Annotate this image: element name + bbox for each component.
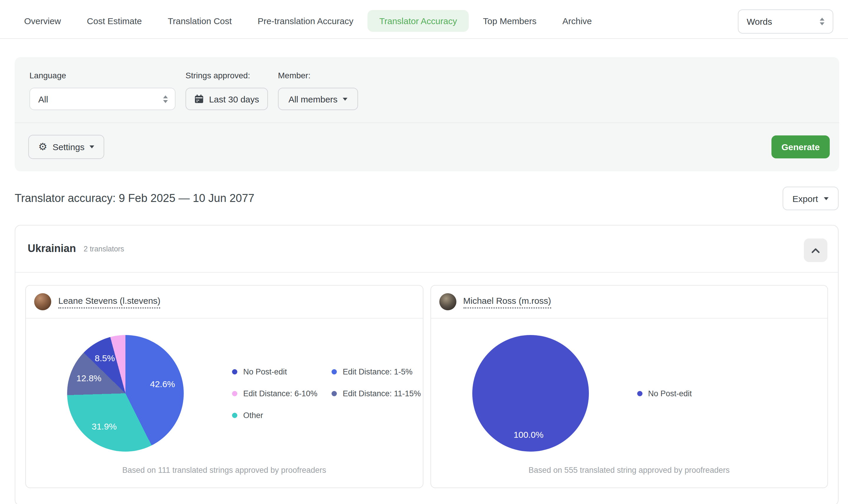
calendar-icon bbox=[194, 94, 204, 104]
legend-dot bbox=[637, 391, 642, 396]
report-unit-value: Words bbox=[747, 17, 772, 26]
member-select-value: All members bbox=[289, 94, 338, 104]
translator-cards-row: Leane Stevens (l.stevens) 42.6%31.9%12.8… bbox=[15, 273, 838, 504]
pie-chart-area: 42.6%31.9%12.8%8.5% No Post-editEdit Dis… bbox=[26, 319, 422, 457]
chart-footer-text: Based on 555 translated string approved … bbox=[528, 466, 729, 474]
report-title-row: Translator accuracy: 9 Feb 2025 — 10 Jun… bbox=[15, 187, 838, 210]
export-button[interactable]: Export bbox=[782, 187, 838, 210]
legend-item[interactable]: Edit Distance: 11-15% bbox=[331, 389, 421, 398]
translator-name-link[interactable]: Leane Stevens (l.stevens) bbox=[58, 295, 161, 308]
gear-icon: ⚙ bbox=[38, 142, 48, 152]
collapse-section-button[interactable] bbox=[804, 238, 827, 262]
translators-count: 2 translators bbox=[84, 245, 124, 253]
language-name: Ukrainian bbox=[28, 242, 76, 255]
language-label: Language bbox=[30, 71, 176, 80]
generate-button[interactable]: Generate bbox=[772, 136, 830, 158]
strings-approved-label: Strings approved: bbox=[185, 71, 268, 80]
panel-actions-row: ⚙ Settings Generate bbox=[15, 123, 839, 171]
pie-slice-label: 12.8% bbox=[76, 373, 101, 383]
filter-labels-row: Language Strings approved: Member: bbox=[15, 71, 839, 88]
tab-pre-translation-accuracy[interactable]: Pre-translation Accuracy bbox=[246, 10, 365, 32]
pie-slice-label: 42.6% bbox=[150, 379, 175, 389]
translator-card: Michael Ross (m.ross) 100.0% No Post-edi… bbox=[430, 285, 828, 488]
pie-chart[interactable]: 100.0% bbox=[472, 335, 589, 452]
tab-translation-cost[interactable]: Translation Cost bbox=[156, 10, 243, 32]
language-select[interactable]: All bbox=[30, 88, 176, 110]
legend-item[interactable]: No Post-edit bbox=[232, 367, 331, 376]
filter-controls-row: All Last 30 days All members bbox=[15, 88, 839, 110]
chart-footer: Based on 111 translated strings approved… bbox=[26, 457, 422, 487]
legend-dot bbox=[232, 369, 237, 374]
date-range-button[interactable]: Last 30 days bbox=[185, 88, 268, 110]
translator-card-header: Leane Stevens (l.stevens) bbox=[26, 286, 422, 319]
report-filter-panel: Language Strings approved: Member: All bbox=[15, 57, 839, 171]
translator-name-link[interactable]: Michael Ross (m.ross) bbox=[463, 295, 551, 308]
caret-down-icon bbox=[824, 197, 829, 200]
language-select-value: All bbox=[38, 94, 48, 104]
member-select-button[interactable]: All members bbox=[278, 88, 358, 110]
pie-slice-label: 8.5% bbox=[95, 353, 115, 363]
export-button-label: Export bbox=[792, 194, 818, 203]
tab-translator-accuracy[interactable]: Translator Accuracy bbox=[367, 10, 469, 32]
pie-slice-label: 31.9% bbox=[92, 421, 116, 431]
caret-down-icon bbox=[343, 97, 347, 101]
chevron-up-icon bbox=[811, 248, 820, 253]
date-range-value: Last 30 days bbox=[209, 94, 259, 104]
chart-legend: No Post-edit bbox=[637, 389, 736, 398]
member-label: Member: bbox=[278, 71, 358, 80]
legend-label: Edit Distance: 6-10% bbox=[243, 389, 318, 398]
caret-down-icon bbox=[90, 145, 94, 148]
report-tabs: Overview Cost Estimate Translation Cost … bbox=[12, 10, 603, 32]
report-tabs-bar: Overview Cost Estimate Translation Cost … bbox=[0, 0, 848, 39]
report-unit-select[interactable]: Words bbox=[738, 10, 833, 34]
legend-item[interactable]: Edit Distance: 1-5% bbox=[331, 367, 421, 376]
legend-dot bbox=[232, 412, 237, 418]
settings-button-label: Settings bbox=[53, 142, 85, 152]
legend-label: No Post-edit bbox=[243, 367, 287, 376]
pie-chart[interactable]: 42.6%31.9%12.8%8.5% bbox=[67, 335, 184, 452]
select-arrows-icon bbox=[820, 18, 825, 25]
legend-item[interactable]: Edit Distance: 6-10% bbox=[232, 389, 331, 398]
legend-dot bbox=[232, 391, 237, 396]
translator-card: Leane Stevens (l.stevens) 42.6%31.9%12.8… bbox=[25, 285, 423, 488]
settings-button[interactable]: ⚙ Settings bbox=[28, 135, 105, 159]
language-card-header: Ukrainian 2 translators bbox=[15, 226, 838, 272]
legend-dot bbox=[331, 369, 337, 374]
language-card-ukrainian: Ukrainian 2 translators Leane Stevens (l… bbox=[15, 225, 838, 504]
avatar bbox=[34, 293, 51, 310]
legend-label: No Post-edit bbox=[648, 389, 692, 398]
legend-label: Edit Distance: 11-15% bbox=[343, 389, 421, 398]
report-page: Overview Cost Estimate Translation Cost … bbox=[0, 0, 848, 504]
pie-slice-label: 100.0% bbox=[513, 430, 544, 439]
chart-footer-text: Based on 111 translated strings approved… bbox=[122, 466, 326, 474]
legend-item[interactable]: No Post-edit bbox=[637, 389, 736, 398]
avatar bbox=[439, 293, 456, 310]
tab-overview[interactable]: Overview bbox=[12, 10, 73, 32]
select-arrows-icon bbox=[163, 95, 168, 103]
tab-archive[interactable]: Archive bbox=[551, 10, 603, 32]
legend-label: Other bbox=[243, 411, 263, 419]
legend-item[interactable]: Other bbox=[232, 411, 331, 419]
translator-card-header: Michael Ross (m.ross) bbox=[431, 286, 827, 319]
legend-label: Edit Distance: 1-5% bbox=[343, 367, 413, 376]
tab-cost-estimate[interactable]: Cost Estimate bbox=[75, 10, 154, 32]
chart-legend: No Post-editEdit Distance: 1-5%Edit Dist… bbox=[232, 367, 421, 419]
tab-top-members[interactable]: Top Members bbox=[471, 10, 548, 32]
report-title: Translator accuracy: 9 Feb 2025 — 10 Jun… bbox=[15, 192, 254, 205]
legend-dot bbox=[331, 391, 337, 396]
chart-footer: Based on 555 translated string approved … bbox=[431, 457, 827, 487]
pie-chart-area: 100.0% No Post-edit bbox=[431, 319, 827, 457]
